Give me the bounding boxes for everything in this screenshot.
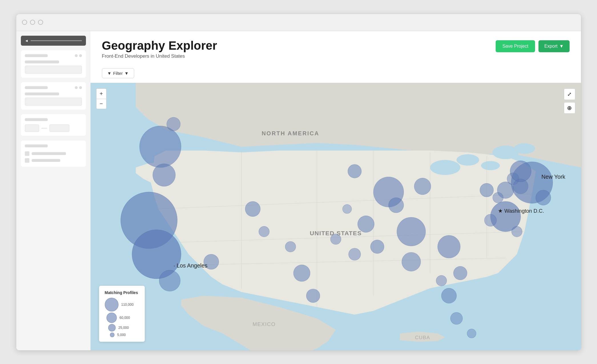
browser-dot-2[interactable] [30,20,35,25]
bubble-miami[interactable] [441,288,457,303]
legend-item-3: 25,000 [108,324,129,331]
legend-label-2: 60,000 [120,316,130,320]
map-legend: Matching Profiles 110,000 60,000 25,0 [99,286,145,342]
legend-item-1: 110,000 [105,298,134,311]
la-label: · Los Angeles [173,262,207,269]
sidebar-nav[interactable]: ◄ [21,36,86,46]
filter-label: Filter [113,71,122,76]
great-lake-3 [481,161,500,170]
dc-label: ★ Washington D.C. [498,208,544,214]
zoom-out-button[interactable]: − [96,99,106,109]
bubble-dallas[interactable] [293,265,310,281]
map-container[interactable]: NORTH AMERICA UNITED STATES MEXICO CUBA … [91,83,581,350]
title-area: Geography Explorer Front-End Developers … [102,39,217,59]
cuba-label: CUBA [415,335,430,340]
bubble-minneapolis[interactable] [348,164,361,178]
bubble-dc3[interactable] [511,226,522,237]
bubble-florida2[interactable] [436,275,447,286]
page-subtitle: Front-End Developers in United States [102,53,217,59]
bubble-chicago2[interactable] [389,198,404,213]
new-york-label: New York [541,174,565,180]
sidebar-input-1[interactable] [25,66,82,74]
filter-icon: ▼ [107,71,112,76]
browser-dot-1[interactable] [22,20,27,25]
checkbox-2[interactable] [25,158,29,163]
bubble-stl[interactable] [342,204,351,214]
legend-label-3: 25,000 [118,326,129,330]
bubble-sd[interactable] [159,270,180,291]
mexico-label: MEXICO [252,321,276,327]
sidebar-section-1-header [25,54,82,57]
map-svg: NORTH AMERICA UNITED STATES MEXICO CUBA … [91,83,581,350]
range-input-from[interactable] [25,124,39,132]
header-top: Geography Explorer Front-End Developers … [102,39,570,59]
great-lake-1 [430,160,460,175]
bubble-tx3[interactable] [285,241,296,252]
bubble-ral[interactable] [453,266,467,280]
legend-circle-3 [108,324,116,331]
bubble-ne1[interactable] [480,183,493,197]
great-lake-5 [514,143,535,154]
sidebar: ◄ [16,31,91,350]
skeleton-dot [79,86,82,89]
browser-titlebar [16,14,581,31]
bubble-florida4[interactable] [467,329,476,338]
zoom-in-button[interactable]: + [96,89,106,99]
skeleton-line [25,61,59,63]
bubble-dc2[interactable] [484,214,496,226]
sidebar-section-2-header [25,86,82,89]
bubble-denver[interactable] [245,201,260,216]
skeleton-label [25,86,48,89]
fullscreen-button[interactable]: ⤢ [564,89,575,100]
checkbox-row-2 [25,158,82,163]
sidebar-input-2[interactable] [25,98,82,106]
filter-button[interactable]: ▼ Filter ▼ [102,68,134,78]
bubble-seattle[interactable] [139,126,181,167]
bubble-philly[interactable] [536,190,551,205]
legend-label-4: 5,000 [117,333,126,337]
legend-item-2: 60,000 [106,313,130,323]
sidebar-section-3 [21,114,86,136]
layers-button[interactable]: ⊕ [564,102,575,114]
map-controls-zoom: + − [96,89,106,109]
map-controls-right: ⤢ ⊕ [564,89,575,114]
legend-circle-2 [106,313,117,323]
save-project-button[interactable]: Save Project [496,40,535,52]
main-content: Geography Explorer Front-End Developers … [91,31,581,350]
range-input-to[interactable] [49,124,69,132]
bubble-atlanta[interactable] [402,252,421,271]
bubble-boston[interactable] [510,161,531,182]
north-america-label: NORTH AMERICA [262,130,319,136]
browser-dot-3[interactable] [38,20,43,25]
skeleton-dot [79,54,82,57]
browser-dots [22,20,43,25]
range-separator [41,128,47,128]
bubble-mem[interactable] [348,248,360,260]
bubble-denver2[interactable] [259,226,269,237]
bubble-florida3[interactable] [450,312,462,324]
bubble-detroit[interactable] [414,178,431,194]
checkbox-label-1 [32,152,66,155]
sidebar-nav-line [31,40,82,41]
bubble-char[interactable] [437,235,460,258]
legend-label-1: 110,000 [121,303,134,307]
skeleton-line [25,92,59,95]
sidebar-section-4 [21,140,86,167]
legend-title: Matching Profiles [105,290,139,295]
bubble-houston[interactable] [306,289,320,303]
legend-circle-1 [105,298,118,311]
bubble-col[interactable] [370,240,384,254]
bubble-bc[interactable] [166,117,180,131]
main-header: Geography Explorer Front-End Developers … [91,31,581,65]
skeleton-label [25,144,48,147]
bubble-portland[interactable] [153,164,175,186]
skeleton-label [25,118,48,121]
skeleton-dot [75,86,78,89]
export-button[interactable]: Export ▼ [538,40,569,52]
bubble-pittsburgh[interactable] [397,217,425,246]
export-label: Export [544,44,557,49]
sidebar-section-2 [21,82,86,110]
sidebar-nav-arrow: ◄ [25,39,29,43]
checkbox-1[interactable] [25,151,29,156]
browser-content: ◄ [16,31,581,350]
